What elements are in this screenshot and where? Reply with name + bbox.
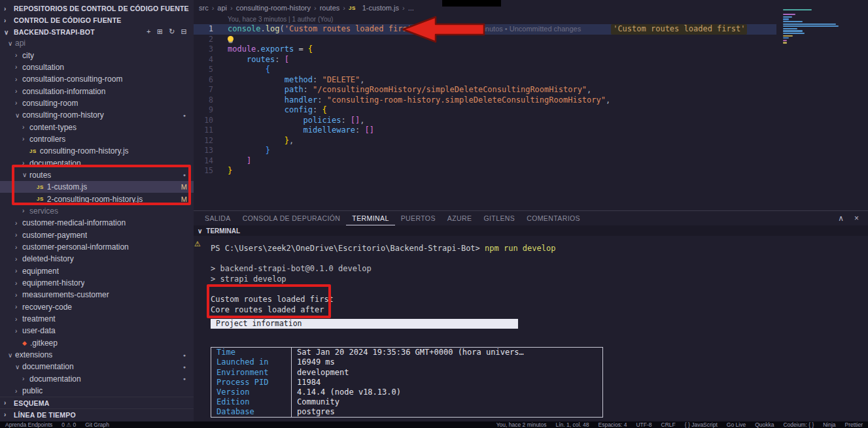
breadcrumb-item[interactable]: api	[217, 4, 227, 12]
section-timeline[interactable]: › LÍNEA DE TIEMPO	[0, 408, 194, 420]
status-item[interactable]: Go Live	[727, 421, 746, 428]
tree-item-folder[interactable]: ›consultation-consulting-room	[0, 73, 194, 85]
code-line[interactable]: 4 routes: [	[194, 55, 868, 65]
section-backend-strapi-bot[interactable]: ∨ BACKEND-STRAPI-BOT +⊞↻⊟	[0, 26, 194, 38]
tree-item-folder[interactable]: ›consulting-room	[0, 97, 194, 109]
tree-item-folder[interactable]: ›consultation	[0, 61, 194, 73]
tree-item-folder[interactable]: ›services	[0, 205, 194, 217]
status-item[interactable]: { } JavaScript	[685, 421, 718, 428]
refresh-icon[interactable]: ↻	[169, 27, 175, 36]
tree-item-folder[interactable]: ›equipment	[0, 265, 194, 277]
code-line[interactable]: 14 ]	[194, 156, 868, 167]
status-item[interactable]: Codeium: { }	[783, 421, 814, 428]
project-information-table: TimeSat Jan 20 2024 19:35:36 GMT+0000 (h…	[211, 347, 603, 418]
tree-item-folder[interactable]: ∨extensions●	[0, 349, 194, 361]
tree-item-folder[interactable]: ›user-data	[0, 325, 194, 337]
status-item[interactable]: Aprenda Endpoints	[5, 421, 52, 428]
status-item[interactable]: Prettier	[845, 421, 863, 428]
tree-item-folder[interactable]: ∨routes●	[0, 169, 194, 181]
code-line[interactable]: 9 config: {	[194, 105, 868, 116]
tree-item-folder[interactable]: ›equipment-history	[0, 277, 194, 289]
tree-item-folder[interactable]: ›documentation●	[0, 373, 194, 385]
code-line[interactable]: 1console.log('Custom routes loaded first…	[194, 24, 776, 35]
status-item[interactable]: Quokka	[755, 421, 774, 428]
panel-tab-salida[interactable]: SALIDA	[199, 211, 237, 225]
tree-item-folder[interactable]: ›documentation	[0, 157, 194, 169]
tree-item-file[interactable]: JSconsulting-room-history.js	[0, 145, 194, 157]
tree-item-folder[interactable]: ›consultation-information	[0, 85, 194, 97]
collapse-all-icon[interactable]: ⊟	[181, 27, 187, 36]
tree-item-file[interactable]: ◆.gitkeep	[0, 337, 194, 349]
code-line[interactable]: 11 midelleware: []	[194, 125, 868, 136]
section-outline[interactable]: › ESQUEMA	[0, 397, 194, 408]
code-line[interactable]: 15}	[194, 166, 868, 176]
line-number: 10	[194, 116, 213, 126]
code-line[interactable]: 3module.exports = {	[194, 44, 868, 55]
tree-item-folder[interactable]: ∨consulting-room-history●	[0, 109, 194, 121]
breadcrumb-item[interactable]: routes	[320, 4, 340, 12]
tree-item-folder[interactable]: ›controllers	[0, 133, 194, 145]
section-source-control[interactable]: › CONTROL DE CÓDIGO FUENTE	[0, 14, 194, 26]
tree-item-folder[interactable]: ›measurements-customer	[0, 289, 194, 301]
status-item[interactable]: Git Graph	[85, 421, 109, 428]
breadcrumb-item[interactable]: ...	[408, 4, 414, 12]
panel-tab-comentarios[interactable]: COMENTARIOS	[521, 211, 586, 225]
project-info-key: Version	[211, 387, 291, 397]
tree-item-folder[interactable]: ›deleted-history	[0, 253, 194, 265]
tree-item-folder[interactable]: ∨documentation●	[0, 361, 194, 372]
status-item[interactable]: You, hace 2 minutos	[496, 421, 547, 428]
tree-item-file[interactable]: JS1-custom.jsM	[0, 181, 194, 193]
new-folder-icon[interactable]: ⊞	[157, 27, 163, 36]
panel-tab-consola-de-depuraci-n[interactable]: CONSOLA DE DEPURACIÓN	[237, 211, 347, 225]
breadcrumb-item[interactable]: src	[199, 4, 209, 12]
project-info-value: postgres	[291, 407, 602, 417]
warning-icon[interactable]: ⚠	[194, 240, 201, 248]
explorer-sidebar: › REPOSITORIOS DE CONTROL DE CÓDIGO FUEN…	[0, 0, 194, 421]
code-line[interactable]: 6 method: "DELETE",	[194, 75, 868, 86]
tree-item-folder[interactable]: ›city	[0, 49, 194, 61]
breadcrumb-separator-icon: ›	[402, 4, 405, 12]
section-source-control-repositories[interactable]: › REPOSITORIOS DE CONTROL DE CÓDIGO FUEN…	[0, 3, 194, 14]
minimap[interactable]	[783, 9, 842, 44]
tree-item-file[interactable]: JS2-consulting-room-history.jsM	[0, 193, 194, 205]
breadcrumb-item[interactable]: 1-custom.js	[362, 4, 399, 12]
tree-item-folder[interactable]: ›customer-medical-information	[0, 217, 194, 229]
close-icon[interactable]: ×	[854, 214, 859, 223]
terminal-section-label: TERMINAL	[206, 227, 240, 235]
status-item[interactable]: UTF-8	[636, 421, 651, 428]
code-line[interactable]: 2	[194, 35, 868, 45]
tree-item-folder[interactable]: ›customer-personal-information	[0, 241, 194, 253]
project-info-row: Environmentdevelopment	[211, 368, 602, 378]
code-line[interactable]: 13 }	[194, 146, 868, 156]
panel-tab-terminal[interactable]: TERMINAL	[346, 211, 394, 225]
terminal-section-header[interactable]: ∨ TERMINAL	[194, 225, 868, 236]
status-item[interactable]: Lín. 1, col. 48	[555, 421, 589, 428]
codelens-blame[interactable]: You, hace 3 minutos | 1 author (You)	[194, 16, 868, 24]
breadcrumb-item[interactable]: consulting-room-history	[236, 4, 311, 12]
code-line[interactable]: 10 policies: [],	[194, 116, 868, 126]
code-line[interactable]: 7 path: "/consultingRoomHistory/simpleDe…	[194, 85, 868, 95]
code-line[interactable]: 5 {	[194, 65, 868, 75]
status-item[interactable]: CRLF	[661, 421, 676, 428]
status-item[interactable]: Espacios: 4	[599, 421, 627, 428]
new-file-icon[interactable]: +	[147, 27, 151, 36]
tree-item-folder[interactable]: ›treatment	[0, 313, 194, 325]
tree-item-folder[interactable]: ›content-types	[0, 121, 194, 133]
line-number: 4	[194, 55, 213, 65]
chevron-right-icon: ›	[15, 63, 22, 71]
terminal-log-line: Custom routes loaded first	[211, 295, 868, 305]
status-item[interactable]: Ninja	[823, 421, 835, 428]
line-number: 13	[194, 146, 213, 156]
tree-item-folder[interactable]: ›public	[0, 385, 194, 397]
tree-item-folder[interactable]: ∨api	[0, 37, 194, 49]
chevron-up-icon[interactable]: ∧	[838, 214, 844, 223]
tree-item-folder[interactable]: ›recovery-code	[0, 301, 194, 313]
panel-tab-gitlens[interactable]: GITLENS	[477, 211, 521, 225]
status-item[interactable]: 0 ⚠ 0	[61, 421, 76, 428]
panel-tab-puertos[interactable]: PUERTOS	[395, 211, 442, 225]
tree-item-folder[interactable]: ›customer-payment	[0, 229, 194, 241]
code-line[interactable]: 8 handler: "consulting-room-history.simp…	[194, 95, 868, 106]
panel-tab-azure[interactable]: AZURE	[442, 211, 478, 225]
lightbulb-icon[interactable]	[228, 36, 234, 42]
code-line[interactable]: 12 },	[194, 136, 868, 146]
